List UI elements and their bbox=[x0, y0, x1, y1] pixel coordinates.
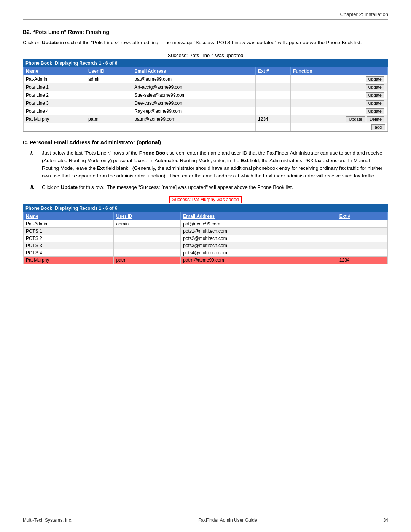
cell-function: Update bbox=[290, 75, 387, 83]
update-button[interactable]: Update bbox=[366, 76, 384, 82]
cell-email: patm@acme99.com bbox=[181, 257, 337, 264]
cell-userid bbox=[86, 99, 132, 107]
cell-userid: admin bbox=[86, 75, 132, 83]
table-row: POTS 4 pots4@multitech.com bbox=[24, 249, 388, 257]
cell-function: Update Delete bbox=[290, 115, 387, 123]
table-row: Pots Line 2 Sue-sales@acme99.com Update bbox=[24, 91, 388, 99]
col-userid: User ID bbox=[86, 67, 132, 75]
section-b2-title: B2. “Pots Line n” Rows: Finishing bbox=[23, 29, 388, 35]
cell-function: Update bbox=[290, 83, 387, 91]
update-button[interactable]: Update bbox=[346, 116, 365, 122]
cell-userid bbox=[86, 107, 132, 115]
add-cell-3 bbox=[132, 123, 256, 131]
cell-function: Update bbox=[290, 99, 387, 107]
pat-murphy-row: Pat Murphy patm patm@acme99.com 1234 bbox=[24, 257, 388, 264]
cell-email: pots1@multitech.com bbox=[181, 228, 337, 235]
cell-ext bbox=[256, 83, 291, 91]
table-row: Pat-Admin admin pat@acme99.com Update bbox=[24, 75, 388, 83]
cell-ext bbox=[337, 242, 387, 249]
cell-ext: 1234 bbox=[256, 115, 291, 123]
table-row: Pots Line 1 Art-acctg@acme99.com Update bbox=[24, 83, 388, 91]
add-row: add bbox=[24, 123, 388, 131]
cell-ext bbox=[337, 249, 387, 257]
cell-userid: admin bbox=[114, 220, 181, 228]
cell-name: Pat-Admin bbox=[24, 220, 114, 228]
footer-center: FaxFinder Admin User Guide bbox=[198, 518, 257, 523]
cell-userid: patm bbox=[86, 115, 132, 123]
cell-name: POTS 1 bbox=[24, 228, 114, 235]
table-row: POTS 2 pots2@multitech.com bbox=[24, 235, 388, 242]
table1: Name User ID Email Address Ext # Functio… bbox=[23, 67, 388, 131]
add-button[interactable]: add bbox=[371, 124, 385, 130]
cell-ext bbox=[337, 235, 387, 242]
list-label-ii: ii. bbox=[30, 184, 40, 191]
section-c-item-i: i. Just below the last "Pots Line n" row… bbox=[30, 149, 388, 180]
page: Chapter 2: Installation B2. “Pots Line n… bbox=[0, 0, 411, 532]
add-cell-2 bbox=[86, 123, 132, 131]
update-button[interactable]: Update bbox=[366, 108, 384, 114]
table1-phonebook-header: Phone Book: Displaying Records 1 - 6 of … bbox=[23, 59, 388, 67]
table2-success-container: Success: Pat Murphy was added bbox=[23, 196, 388, 203]
cell-email: pots3@multitech.com bbox=[181, 242, 337, 249]
update-button[interactable]: Update bbox=[366, 100, 384, 106]
col-ext: Ext # bbox=[256, 67, 291, 75]
table1-container: Success: Pots Line 4 was updated Phone B… bbox=[23, 51, 388, 132]
section-c-item-ii: ii. Click on Update for this row. The me… bbox=[30, 184, 388, 191]
cell-name: POTS 3 bbox=[24, 242, 114, 249]
cell-email: pat@acme99.com bbox=[181, 220, 337, 228]
section-c-title: C. Personal Email Address for Administra… bbox=[23, 139, 388, 145]
cell-name: Pat Murphy bbox=[24, 115, 86, 123]
cell-email: pots4@multitech.com bbox=[181, 249, 337, 257]
table-row: Pat Murphy patm patm@acme99.com 1234 Upd… bbox=[24, 115, 388, 123]
cell-name: Pots Line 1 bbox=[24, 83, 86, 91]
list-content-ii: Click on Update for this row. The messag… bbox=[42, 184, 388, 191]
cell-userid bbox=[86, 83, 132, 91]
cell-name: Pat Murphy bbox=[24, 257, 114, 264]
footer-left: Multi-Tech Systems, Inc. bbox=[23, 518, 72, 523]
add-cell-4 bbox=[256, 123, 291, 131]
chapter-title: Chapter 2: Installation bbox=[340, 11, 388, 17]
cell-userid bbox=[114, 249, 181, 257]
section-b2-intro: Click on Update in each of the "Pots Lin… bbox=[23, 39, 388, 46]
cell-name: Pots Line 4 bbox=[24, 107, 86, 115]
update-button[interactable]: Update bbox=[366, 84, 384, 90]
table-row: POTS 3 pots3@multitech.com bbox=[24, 242, 388, 249]
cell-ext bbox=[256, 75, 291, 83]
cell-name: Pots Line 3 bbox=[24, 99, 86, 107]
col-name: Name bbox=[24, 67, 86, 75]
cell-function: Update bbox=[290, 107, 387, 115]
cell-name: POTS 2 bbox=[24, 235, 114, 242]
section-c-list: i. Just below the last "Pots Line n" row… bbox=[30, 149, 388, 192]
cell-name: Pots Line 2 bbox=[24, 91, 86, 99]
col-function: Function bbox=[290, 67, 387, 75]
cell-userid bbox=[114, 235, 181, 242]
cell-ext bbox=[256, 91, 291, 99]
cell-email: pat@acme99.com bbox=[132, 75, 256, 83]
cell-userid bbox=[86, 91, 132, 99]
cell-ext: 1234 bbox=[337, 257, 387, 264]
add-cell-1 bbox=[24, 123, 86, 131]
col-email: Email Address bbox=[132, 67, 256, 75]
cell-email: Art-acctg@acme99.com bbox=[132, 83, 256, 91]
cell-ext bbox=[256, 107, 291, 115]
section-c: C. Personal Email Address for Administra… bbox=[23, 139, 388, 265]
table1-header-row: Name User ID Email Address Ext # Functio… bbox=[24, 67, 388, 75]
delete-button[interactable]: Delete bbox=[367, 116, 384, 122]
table2-wrapper: Success: Pat Murphy was added Phone Book… bbox=[23, 196, 388, 264]
table-row: POTS 1 pots1@multitech.com bbox=[24, 228, 388, 235]
cell-userid bbox=[114, 242, 181, 249]
table2-header-row: Name User ID Email Address Ext # bbox=[24, 212, 388, 220]
cell-ext bbox=[337, 228, 387, 235]
page-footer: Multi-Tech Systems, Inc. FaxFinder Admin… bbox=[23, 515, 388, 523]
footer-right: 34 bbox=[383, 518, 388, 523]
cell-email: Dee-cust@acme99.com bbox=[132, 99, 256, 107]
table2-success-bar: Success: Pat Murphy was added bbox=[169, 196, 242, 203]
cell-name: POTS 4 bbox=[24, 249, 114, 257]
cell-email: Ray-rep@acme99.com bbox=[132, 107, 256, 115]
cell-email: Sue-sales@acme99.com bbox=[132, 91, 256, 99]
table-row: Pots Line 3 Dee-cust@acme99.com Update bbox=[24, 99, 388, 107]
update-button[interactable]: Update bbox=[366, 92, 384, 98]
table1-success-bar: Success: Pots Line 4 was updated bbox=[23, 51, 388, 59]
table-row: Pat-Admin admin pat@acme99.com bbox=[24, 220, 388, 228]
cell-email: pots2@multitech.com bbox=[181, 235, 337, 242]
